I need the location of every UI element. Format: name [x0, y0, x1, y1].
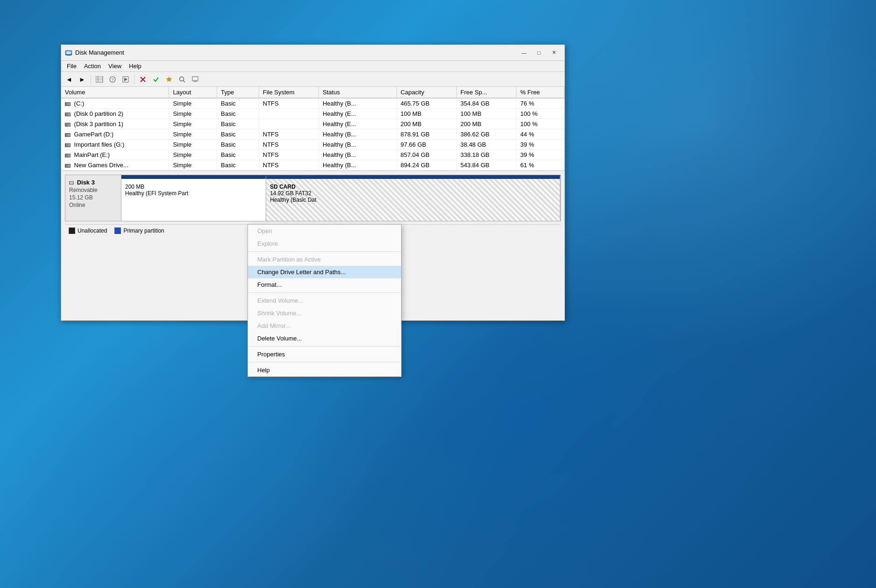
cell-layout: Simple: [169, 160, 217, 170]
cell-volume: (Disk 0 partition 2): [61, 109, 169, 119]
partition-efi[interactable]: 200 MB Healthy (EFI System Part: [121, 175, 266, 221]
col-fs[interactable]: File System: [259, 87, 318, 98]
toolbar-grid[interactable]: [93, 74, 106, 85]
ctx-separator: [248, 292, 401, 293]
cell-status: Healthy (B...: [319, 160, 397, 170]
ctx-separator: [248, 362, 401, 362]
ctx-separator: [248, 251, 401, 252]
cell-status: Healthy (B...: [319, 129, 397, 140]
disk3-size: 15.12 GB: [69, 194, 117, 201]
col-capacity[interactable]: Capacity: [396, 87, 456, 98]
toolbar-forward[interactable]: ►: [76, 74, 88, 85]
col-volume[interactable]: Volume: [61, 87, 169, 98]
cell-capacity: 857.04 GB: [396, 150, 456, 160]
ctx-item-properties[interactable]: Properties: [248, 348, 401, 361]
context-menu: OpenExploreMark Partition as ActiveChang…: [247, 224, 402, 377]
cell-fs: NTFS: [259, 150, 318, 160]
toolbar-display[interactable]: [189, 74, 201, 85]
sd-status: Healthy (Basic Dat: [270, 197, 556, 203]
cell-status: Healthy (B...: [319, 140, 397, 150]
efi-status: Healthy (EFI System Part: [125, 190, 262, 197]
partition-sdcard[interactable]: SD CARD 14.92 GB FAT32 Healthy (Basic Da…: [266, 175, 560, 221]
volume-table: Volume Layout Type File System Status Ca…: [61, 87, 565, 171]
minimize-button[interactable]: —: [517, 48, 531, 57]
cell-type: Basic: [217, 150, 259, 160]
legend-unallocated-box: [69, 227, 75, 234]
cell-layout: Simple: [169, 109, 217, 119]
disk3-type: Removable: [69, 187, 117, 193]
cell-pct: 61 %: [516, 160, 565, 170]
cell-fs: NTFS: [259, 160, 318, 170]
maximize-button[interactable]: □: [532, 48, 546, 57]
toolbar-help[interactable]: ?: [106, 74, 119, 85]
cell-capacity: 894.24 GB: [396, 160, 456, 170]
table-row[interactable]: (Disk 3 partition 1) Simple Basic Health…: [61, 119, 565, 129]
close-button[interactable]: ✕: [547, 48, 561, 57]
table-row[interactable]: GamePart (D:) Simple Basic NTFS Healthy …: [61, 129, 565, 140]
ctx-item-change-drive-letter-and-paths---[interactable]: Change Drive Letter and Paths...: [248, 266, 401, 278]
cell-fs: [259, 119, 318, 129]
menu-help[interactable]: Help: [125, 62, 145, 71]
svg-rect-3: [68, 55, 70, 55]
col-status[interactable]: Status: [319, 87, 397, 98]
ctx-item-shrink-volume---: Shrink Volume...: [248, 307, 401, 319]
efi-header-bar: [121, 177, 266, 179]
cell-free: 100 MB: [457, 109, 516, 119]
col-type[interactable]: Type: [217, 87, 259, 98]
sd-header-bar: [266, 177, 560, 179]
disk3-row: Disk 3 Removable 15.12 GB Online 200 MB …: [65, 175, 561, 221]
ctx-item-delete-volume---[interactable]: Delete Volume...: [248, 332, 401, 345]
cell-capacity: 200 MB: [396, 119, 456, 129]
svg-text:?: ?: [111, 78, 113, 82]
window-title: Disk Management: [75, 49, 517, 56]
cell-pct: 100 %: [516, 119, 565, 129]
window-icon: [65, 49, 72, 57]
table-row[interactable]: (Disk 0 partition 2) Simple Basic Health…: [61, 109, 565, 119]
sd-name: SD CARD: [270, 184, 556, 190]
cell-fs: NTFS: [259, 140, 318, 150]
table-row[interactable]: Important files (G:) Simple Basic NTFS H…: [61, 140, 565, 150]
menu-file[interactable]: File: [63, 62, 80, 71]
menu-view[interactable]: View: [105, 62, 125, 71]
cell-type: Basic: [217, 119, 259, 129]
toolbar-check[interactable]: [150, 74, 162, 85]
cell-free: 543.84 GB: [457, 160, 516, 170]
svg-line-17: [184, 80, 185, 82]
table-row[interactable]: (C:) Simple Basic NTFS Healthy (B... 465…: [61, 98, 565, 109]
cell-type: Basic: [217, 109, 259, 119]
cell-free: 38.48 GB: [457, 140, 516, 150]
svg-rect-4: [67, 55, 71, 56]
toolbar-play[interactable]: [120, 74, 132, 85]
table-row[interactable]: MainPart (E:) Simple Basic NTFS Healthy …: [61, 150, 565, 160]
menu-action[interactable]: Action: [80, 62, 105, 71]
cell-volume: New Games Drive...: [61, 160, 169, 170]
toolbar-star[interactable]: [163, 74, 175, 85]
ctx-item-open: Open: [248, 225, 401, 237]
ctx-item-explore: Explore: [248, 237, 401, 250]
ctx-item-extend-volume---: Extend Volume...: [248, 294, 401, 307]
toolbar-back[interactable]: ◄: [63, 74, 75, 85]
svg-rect-21: [70, 182, 73, 184]
cell-status: Healthy (E...: [319, 119, 397, 129]
ctx-separator: [248, 346, 401, 347]
toolbar-search[interactable]: [176, 74, 188, 85]
toolbar-sep1: [91, 75, 91, 84]
legend-unallocated: Unallocated: [69, 227, 107, 234]
col-free[interactable]: Free Sp...: [457, 87, 516, 98]
cell-capacity: 878.91 GB: [396, 129, 456, 140]
cell-free: 386.62 GB: [457, 129, 516, 140]
cell-fs: NTFS: [259, 129, 318, 140]
col-pct[interactable]: % Free: [516, 87, 565, 98]
cell-pct: 39 %: [516, 140, 565, 150]
ctx-item-format---[interactable]: Format...: [248, 278, 401, 291]
disk3-name: Disk 3: [69, 179, 117, 186]
sd-size: 14.92 GB FAT32: [270, 190, 556, 197]
cell-pct: 76 %: [516, 98, 565, 109]
svg-rect-18: [192, 77, 198, 81]
svg-marker-15: [166, 77, 172, 82]
toolbar-delete[interactable]: [137, 74, 149, 85]
ctx-item-help[interactable]: Help: [248, 364, 401, 376]
col-layout[interactable]: Layout: [169, 87, 217, 98]
table-row[interactable]: New Games Drive... Simple Basic NTFS Hea…: [61, 160, 565, 170]
cell-layout: Simple: [169, 119, 217, 129]
